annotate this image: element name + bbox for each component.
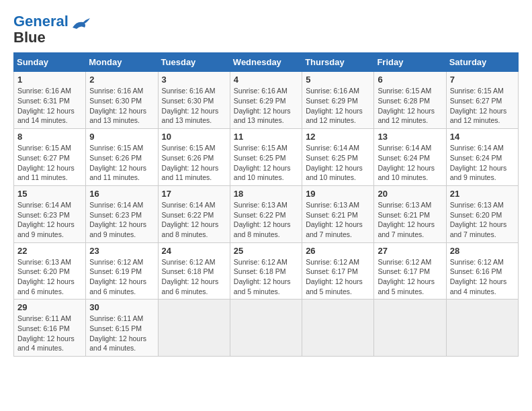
day-detail: Sunrise: 6:15 AMSunset: 6:26 PMDaylight:… — [162, 143, 226, 183]
page-header: GeneralBlue — [13, 13, 519, 46]
day-detail: Sunrise: 6:16 AMSunset: 6:29 PMDaylight:… — [234, 86, 298, 126]
day-number: 6 — [378, 75, 442, 85]
day-number: 4 — [234, 75, 298, 85]
day-number: 14 — [450, 132, 515, 142]
logo-bird-icon — [71, 15, 91, 34]
day-detail: Sunrise: 6:12 AMSunset: 6:17 PMDaylight:… — [306, 257, 370, 297]
calendar-cell: 25Sunrise: 6:12 AMSunset: 6:18 PMDayligh… — [230, 242, 302, 300]
calendar-cell: 5Sunrise: 6:16 AMSunset: 6:29 PMDaylight… — [302, 72, 374, 129]
day-detail: Sunrise: 6:14 AMSunset: 6:23 PMDaylight:… — [89, 200, 154, 240]
day-number: 11 — [234, 132, 298, 142]
day-number: 23 — [89, 246, 154, 256]
calendar-cell: 13Sunrise: 6:14 AMSunset: 6:24 PMDayligh… — [374, 129, 446, 186]
day-number: 15 — [17, 189, 82, 199]
day-detail: Sunrise: 6:13 AMSunset: 6:20 PMDaylight:… — [450, 200, 515, 240]
day-detail: Sunrise: 6:14 AMSunset: 6:22 PMDaylight:… — [162, 200, 226, 240]
day-detail: Sunrise: 6:16 AMSunset: 6:31 PMDaylight:… — [17, 86, 82, 126]
calendar-cell: 14Sunrise: 6:14 AMSunset: 6:24 PMDayligh… — [446, 129, 518, 186]
day-detail: Sunrise: 6:16 AMSunset: 6:30 PMDaylight:… — [162, 86, 226, 126]
day-detail: Sunrise: 6:15 AMSunset: 6:26 PMDaylight:… — [89, 143, 154, 183]
day-detail: Sunrise: 6:16 AMSunset: 6:29 PMDaylight:… — [306, 86, 370, 126]
calendar-cell — [446, 300, 518, 357]
calendar-cell: 21Sunrise: 6:13 AMSunset: 6:20 PMDayligh… — [446, 185, 518, 242]
day-number: 25 — [234, 246, 298, 256]
calendar-cell: 4Sunrise: 6:16 AMSunset: 6:29 PMDaylight… — [230, 72, 302, 129]
calendar-cell: 29Sunrise: 6:11 AMSunset: 6:16 PMDayligh… — [14, 300, 86, 357]
day-number: 19 — [306, 189, 370, 199]
calendar-cell — [158, 300, 230, 357]
calendar-cell: 30Sunrise: 6:11 AMSunset: 6:15 PMDayligh… — [86, 300, 158, 357]
day-number: 10 — [162, 132, 226, 142]
calendar-week-3: 15Sunrise: 6:14 AMSunset: 6:23 PMDayligh… — [14, 185, 519, 242]
day-detail: Sunrise: 6:14 AMSunset: 6:23 PMDaylight:… — [17, 200, 82, 240]
calendar-cell: 11Sunrise: 6:15 AMSunset: 6:25 PMDayligh… — [230, 129, 302, 186]
calendar-cell — [374, 300, 446, 357]
calendar-cell: 16Sunrise: 6:14 AMSunset: 6:23 PMDayligh… — [86, 185, 158, 242]
day-detail: Sunrise: 6:15 AMSunset: 6:27 PMDaylight:… — [450, 86, 515, 126]
header-wednesday: Wednesday — [230, 53, 302, 72]
header-sunday: Sunday — [14, 53, 86, 72]
calendar-cell: 1Sunrise: 6:16 AMSunset: 6:31 PMDaylight… — [14, 72, 86, 129]
day-number: 22 — [17, 246, 82, 256]
day-number: 20 — [378, 189, 442, 199]
day-detail: Sunrise: 6:11 AMSunset: 6:15 PMDaylight:… — [89, 314, 154, 353]
calendar-week-2: 8Sunrise: 6:15 AMSunset: 6:27 PMDaylight… — [14, 129, 519, 186]
calendar-table: SundayMondayTuesdayWednesdayThursdayFrid… — [13, 52, 519, 357]
calendar-week-4: 22Sunrise: 6:13 AMSunset: 6:20 PMDayligh… — [14, 242, 519, 300]
day-detail: Sunrise: 6:11 AMSunset: 6:16 PMDaylight:… — [17, 314, 82, 353]
calendar-cell — [302, 300, 374, 357]
calendar-cell: 8Sunrise: 6:15 AMSunset: 6:27 PMDaylight… — [14, 129, 86, 186]
day-detail: Sunrise: 6:14 AMSunset: 6:24 PMDaylight:… — [378, 143, 442, 183]
day-detail: Sunrise: 6:14 AMSunset: 6:25 PMDaylight:… — [306, 143, 370, 183]
logo: GeneralBlue — [13, 13, 91, 46]
header-friday: Friday — [374, 53, 446, 72]
calendar-cell: 10Sunrise: 6:15 AMSunset: 6:26 PMDayligh… — [158, 129, 230, 186]
calendar-cell: 18Sunrise: 6:13 AMSunset: 6:22 PMDayligh… — [230, 185, 302, 242]
logo-text: GeneralBlue — [13, 13, 69, 46]
day-number: 27 — [378, 246, 442, 256]
header-monday: Monday — [86, 53, 158, 72]
day-detail: Sunrise: 6:12 AMSunset: 6:17 PMDaylight:… — [378, 257, 442, 297]
day-number: 28 — [450, 246, 515, 256]
header-tuesday: Tuesday — [158, 53, 230, 72]
day-number: 9 — [89, 132, 154, 142]
calendar-cell: 2Sunrise: 6:16 AMSunset: 6:30 PMDaylight… — [86, 72, 158, 129]
calendar-cell: 6Sunrise: 6:15 AMSunset: 6:28 PMDaylight… — [374, 72, 446, 129]
day-number: 29 — [17, 302, 82, 312]
day-number: 13 — [378, 132, 442, 142]
day-number: 5 — [306, 75, 370, 85]
day-number: 24 — [162, 246, 226, 256]
day-detail: Sunrise: 6:15 AMSunset: 6:28 PMDaylight:… — [378, 86, 442, 126]
day-number: 16 — [89, 189, 154, 199]
day-number: 18 — [234, 189, 298, 199]
day-number: 8 — [17, 132, 82, 142]
day-detail: Sunrise: 6:13 AMSunset: 6:20 PMDaylight:… — [17, 257, 82, 297]
day-detail: Sunrise: 6:15 AMSunset: 6:27 PMDaylight:… — [17, 143, 82, 183]
day-number: 1 — [17, 75, 82, 85]
calendar-cell: 9Sunrise: 6:15 AMSunset: 6:26 PMDaylight… — [86, 129, 158, 186]
day-detail: Sunrise: 6:16 AMSunset: 6:30 PMDaylight:… — [89, 86, 154, 126]
calendar-cell — [230, 300, 302, 357]
day-detail: Sunrise: 6:12 AMSunset: 6:19 PMDaylight:… — [89, 257, 154, 297]
calendar-header-row: SundayMondayTuesdayWednesdayThursdayFrid… — [14, 53, 519, 72]
day-number: 30 — [89, 302, 154, 312]
calendar-cell: 28Sunrise: 6:12 AMSunset: 6:16 PMDayligh… — [446, 242, 518, 300]
calendar-cell: 15Sunrise: 6:14 AMSunset: 6:23 PMDayligh… — [14, 185, 86, 242]
calendar-cell: 27Sunrise: 6:12 AMSunset: 6:17 PMDayligh… — [374, 242, 446, 300]
day-detail: Sunrise: 6:12 AMSunset: 6:18 PMDaylight:… — [162, 257, 226, 297]
header-thursday: Thursday — [302, 53, 374, 72]
day-detail: Sunrise: 6:12 AMSunset: 6:16 PMDaylight:… — [450, 257, 515, 297]
day-number: 7 — [450, 75, 515, 85]
calendar-cell: 7Sunrise: 6:15 AMSunset: 6:27 PMDaylight… — [446, 72, 518, 129]
day-detail: Sunrise: 6:13 AMSunset: 6:21 PMDaylight:… — [378, 200, 442, 240]
calendar-cell: 24Sunrise: 6:12 AMSunset: 6:18 PMDayligh… — [158, 242, 230, 300]
calendar-cell: 19Sunrise: 6:13 AMSunset: 6:21 PMDayligh… — [302, 185, 374, 242]
calendar-cell: 12Sunrise: 6:14 AMSunset: 6:25 PMDayligh… — [302, 129, 374, 186]
day-detail: Sunrise: 6:13 AMSunset: 6:22 PMDaylight:… — [234, 200, 298, 240]
calendar-cell: 17Sunrise: 6:14 AMSunset: 6:22 PMDayligh… — [158, 185, 230, 242]
day-number: 2 — [89, 75, 154, 85]
calendar-week-1: 1Sunrise: 6:16 AMSunset: 6:31 PMDaylight… — [14, 72, 519, 129]
day-detail: Sunrise: 6:14 AMSunset: 6:24 PMDaylight:… — [450, 143, 515, 183]
calendar-cell: 22Sunrise: 6:13 AMSunset: 6:20 PMDayligh… — [14, 242, 86, 300]
header-saturday: Saturday — [446, 53, 518, 72]
